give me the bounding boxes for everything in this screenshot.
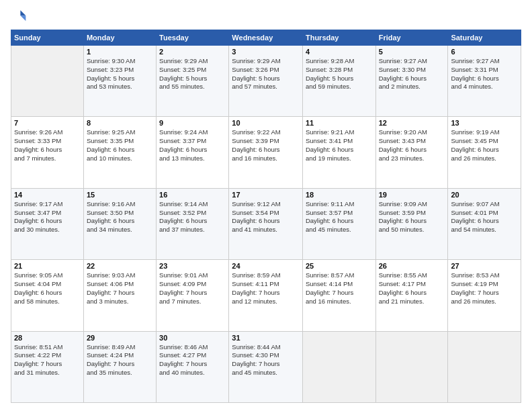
day-number: 25 — [306, 262, 373, 270]
day-info: Sunrise: 9:05 AM Sunset: 4:04 PM Dayligh… — [14, 271, 81, 306]
day-info: Sunrise: 9:19 AM Sunset: 3:45 PM Dayligh… — [451, 128, 518, 163]
day-number: 31 — [232, 334, 300, 342]
calendar-cell: 31Sunrise: 8:44 AM Sunset: 4:30 PM Dayli… — [229, 331, 303, 402]
day-number: 17 — [232, 191, 300, 199]
svg-marker-1 — [20, 15, 26, 21]
weekday-header: Friday — [375, 30, 448, 46]
calendar-cell: 9Sunrise: 9:24 AM Sunset: 3:37 PM Daylig… — [157, 117, 229, 188]
day-info: Sunrise: 9:30 AM Sunset: 3:23 PM Dayligh… — [87, 57, 153, 91]
calendar-cell: 15Sunrise: 9:16 AM Sunset: 3:50 PM Dayli… — [83, 188, 156, 259]
calendar-week-row: 21Sunrise: 9:05 AM Sunset: 4:04 PM Dayli… — [11, 260, 521, 331]
day-info: Sunrise: 9:28 AM Sunset: 3:28 PM Dayligh… — [306, 57, 373, 91]
day-info: Sunrise: 8:53 AM Sunset: 4:19 PM Dayligh… — [451, 271, 518, 306]
day-info: Sunrise: 8:55 AM Sunset: 4:17 PM Dayligh… — [379, 271, 445, 306]
day-number: 29 — [87, 334, 153, 342]
day-info: Sunrise: 8:57 AM Sunset: 4:14 PM Dayligh… — [306, 271, 373, 306]
day-number: 21 — [14, 262, 81, 270]
day-number: 14 — [14, 191, 81, 199]
day-number: 9 — [159, 119, 226, 127]
logo-icon — [11, 8, 27, 24]
day-number: 19 — [379, 191, 445, 199]
calendar-table: SundayMondayTuesdayWednesdayThursdayFrid… — [11, 30, 521, 403]
day-number: 30 — [159, 334, 226, 342]
calendar-week-row: 1Sunrise: 9:30 AM Sunset: 3:23 PM Daylig… — [11, 46, 521, 117]
calendar-cell: 27Sunrise: 8:53 AM Sunset: 4:19 PM Dayli… — [448, 260, 521, 331]
day-info: Sunrise: 9:20 AM Sunset: 3:43 PM Dayligh… — [379, 128, 445, 163]
weekday-header: Tuesday — [157, 30, 229, 46]
calendar-cell — [302, 331, 375, 402]
calendar-cell — [11, 46, 84, 117]
calendar-cell: 11Sunrise: 9:21 AM Sunset: 3:41 PM Dayli… — [302, 117, 375, 188]
day-number: 20 — [451, 191, 518, 199]
calendar-cell: 1Sunrise: 9:30 AM Sunset: 3:23 PM Daylig… — [83, 46, 156, 117]
calendar-cell — [375, 331, 448, 402]
day-info: Sunrise: 9:27 AM Sunset: 3:30 PM Dayligh… — [379, 57, 445, 91]
day-info: Sunrise: 9:11 AM Sunset: 3:57 PM Dayligh… — [306, 200, 373, 234]
day-info: Sunrise: 9:26 AM Sunset: 3:33 PM Dayligh… — [14, 128, 81, 163]
weekday-header: Saturday — [448, 30, 521, 46]
calendar-cell: 18Sunrise: 9:11 AM Sunset: 3:57 PM Dayli… — [302, 188, 375, 259]
calendar-cell: 17Sunrise: 9:12 AM Sunset: 3:54 PM Dayli… — [229, 188, 303, 259]
day-number: 22 — [87, 262, 153, 270]
calendar-cell: 8Sunrise: 9:25 AM Sunset: 3:35 PM Daylig… — [83, 117, 156, 188]
day-number: 28 — [14, 334, 81, 342]
day-info: Sunrise: 9:07 AM Sunset: 4:01 PM Dayligh… — [451, 200, 518, 234]
logo — [11, 8, 28, 24]
day-number: 10 — [232, 119, 300, 127]
day-number: 1 — [87, 48, 153, 56]
page-header — [11, 8, 521, 24]
weekday-header: Monday — [83, 30, 156, 46]
calendar-cell: 12Sunrise: 9:20 AM Sunset: 3:43 PM Dayli… — [375, 117, 448, 188]
day-number: 26 — [379, 262, 445, 270]
day-info: Sunrise: 9:03 AM Sunset: 4:06 PM Dayligh… — [87, 271, 153, 306]
day-info: Sunrise: 9:01 AM Sunset: 4:09 PM Dayligh… — [159, 271, 226, 306]
day-info: Sunrise: 9:27 AM Sunset: 3:31 PM Dayligh… — [451, 57, 518, 91]
calendar-cell: 6Sunrise: 9:27 AM Sunset: 3:31 PM Daylig… — [448, 46, 521, 117]
calendar-cell: 20Sunrise: 9:07 AM Sunset: 4:01 PM Dayli… — [448, 188, 521, 259]
day-info: Sunrise: 9:29 AM Sunset: 3:25 PM Dayligh… — [159, 57, 226, 91]
day-number: 15 — [87, 191, 153, 199]
calendar-cell: 22Sunrise: 9:03 AM Sunset: 4:06 PM Dayli… — [83, 260, 156, 331]
calendar-cell: 25Sunrise: 8:57 AM Sunset: 4:14 PM Dayli… — [302, 260, 375, 331]
calendar-cell: 2Sunrise: 9:29 AM Sunset: 3:25 PM Daylig… — [157, 46, 229, 117]
calendar-cell — [448, 331, 521, 402]
day-number: 18 — [306, 191, 373, 199]
calendar-cell: 23Sunrise: 9:01 AM Sunset: 4:09 PM Dayli… — [157, 260, 229, 331]
calendar-cell: 30Sunrise: 8:46 AM Sunset: 4:27 PM Dayli… — [157, 331, 229, 402]
day-info: Sunrise: 9:17 AM Sunset: 3:47 PM Dayligh… — [14, 200, 81, 234]
day-number: 13 — [451, 119, 518, 127]
day-number: 3 — [232, 48, 300, 56]
calendar-header-row: SundayMondayTuesdayWednesdayThursdayFrid… — [11, 30, 521, 46]
calendar-week-row: 28Sunrise: 8:51 AM Sunset: 4:22 PM Dayli… — [11, 331, 521, 402]
calendar-cell: 3Sunrise: 9:29 AM Sunset: 3:26 PM Daylig… — [229, 46, 303, 117]
calendar-cell: 10Sunrise: 9:22 AM Sunset: 3:39 PM Dayli… — [229, 117, 303, 188]
day-info: Sunrise: 9:09 AM Sunset: 3:59 PM Dayligh… — [379, 200, 445, 234]
calendar-cell: 7Sunrise: 9:26 AM Sunset: 3:33 PM Daylig… — [11, 117, 84, 188]
day-info: Sunrise: 8:46 AM Sunset: 4:27 PM Dayligh… — [159, 343, 226, 377]
calendar-cell: 4Sunrise: 9:28 AM Sunset: 3:28 PM Daylig… — [302, 46, 375, 117]
weekday-header: Wednesday — [229, 30, 303, 46]
day-number: 12 — [379, 119, 445, 127]
day-number: 24 — [232, 262, 300, 270]
weekday-header: Sunday — [11, 30, 84, 46]
calendar-cell: 14Sunrise: 9:17 AM Sunset: 3:47 PM Dayli… — [11, 188, 84, 259]
calendar-cell: 19Sunrise: 9:09 AM Sunset: 3:59 PM Dayli… — [375, 188, 448, 259]
day-info: Sunrise: 9:29 AM Sunset: 3:26 PM Dayligh… — [232, 57, 300, 91]
day-info: Sunrise: 8:49 AM Sunset: 4:24 PM Dayligh… — [87, 343, 153, 377]
calendar-cell: 21Sunrise: 9:05 AM Sunset: 4:04 PM Dayli… — [11, 260, 84, 331]
weekday-header: Thursday — [302, 30, 375, 46]
day-number: 16 — [159, 191, 226, 199]
day-info: Sunrise: 8:44 AM Sunset: 4:30 PM Dayligh… — [232, 343, 300, 377]
day-info: Sunrise: 9:22 AM Sunset: 3:39 PM Dayligh… — [232, 128, 300, 163]
svg-marker-0 — [20, 10, 26, 15]
day-info: Sunrise: 9:12 AM Sunset: 3:54 PM Dayligh… — [232, 200, 300, 234]
day-info: Sunrise: 8:51 AM Sunset: 4:22 PM Dayligh… — [14, 343, 81, 377]
calendar-cell: 28Sunrise: 8:51 AM Sunset: 4:22 PM Dayli… — [11, 331, 84, 402]
day-number: 8 — [87, 119, 153, 127]
calendar-week-row: 7Sunrise: 9:26 AM Sunset: 3:33 PM Daylig… — [11, 117, 521, 188]
day-number: 23 — [159, 262, 226, 270]
calendar-cell: 5Sunrise: 9:27 AM Sunset: 3:30 PM Daylig… — [375, 46, 448, 117]
day-info: Sunrise: 9:16 AM Sunset: 3:50 PM Dayligh… — [87, 200, 153, 234]
day-number: 5 — [379, 48, 445, 56]
day-number: 6 — [451, 48, 518, 56]
